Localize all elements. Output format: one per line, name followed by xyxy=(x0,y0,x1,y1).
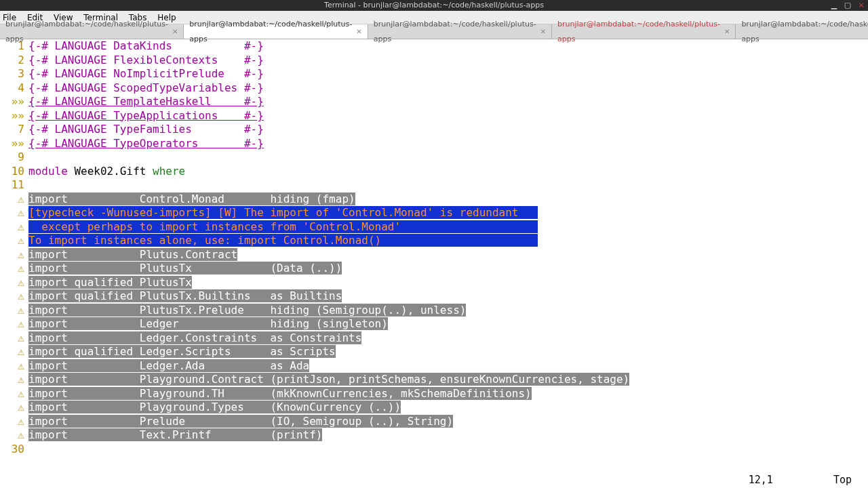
code-line[interactable] xyxy=(28,443,868,457)
close-icon[interactable]: ⨯ xyxy=(857,0,865,8)
editor[interactable]: 1234»»»»7»»91011⚠⚠⚠⚠⚠⚠⚠⚠⚠⚠⚠⚠⚠⚠⚠⚠⚠⚠30 {-#… xyxy=(0,39,868,474)
code-line[interactable]: import PlutusTx (Data (..)) xyxy=(28,262,868,276)
tab-close-icon[interactable]: ✕ xyxy=(724,24,730,39)
code-line[interactable] xyxy=(28,178,868,192)
code-line[interactable]: {-# LANGUAGE TemplateHaskell #-} xyxy=(28,95,868,109)
code-line[interactable]: except perhaps to import instances from … xyxy=(28,220,868,235)
window-title: Terminal - brunjlar@lambdabat:~/code/has… xyxy=(324,1,544,9)
code-line[interactable]: [typecheck -Wunused-imports] [W] The imp… xyxy=(28,206,868,220)
tab-close-icon[interactable]: ✕ xyxy=(172,24,178,39)
gutter: 1234»»»»7»»91011⚠⚠⚠⚠⚠⚠⚠⚠⚠⚠⚠⚠⚠⚠⚠⚠⚠⚠30 xyxy=(0,39,28,474)
code-line[interactable]: {-# LANGUAGE DataKinds #-} xyxy=(28,39,868,54)
code-line[interactable]: {-# LANGUAGE FlexibleContexts #-} xyxy=(28,54,868,68)
tab-2[interactable]: brunjlar@lambdabat:~/code/haskell/plutus… xyxy=(368,24,552,39)
code-area[interactable]: {-# LANGUAGE DataKinds #-}{-# LANGUAGE F… xyxy=(28,39,868,474)
code-line[interactable]: import qualified PlutusTx.Builtins as Bu… xyxy=(28,289,868,304)
code-line[interactable]: import Ledger.Ada as Ada xyxy=(28,359,868,373)
code-line[interactable]: {-# LANGUAGE TypeOperators #-} xyxy=(28,137,868,151)
maximize-icon[interactable]: ▢ xyxy=(844,0,852,8)
tab-4[interactable]: brunjlar@lambdabat:~/code/haskell/plutus… xyxy=(736,24,868,39)
cursor-position: 12,1 xyxy=(749,474,773,486)
window-titlebar: Terminal - brunjlar@lambdabat:~/code/has… xyxy=(0,0,868,11)
code-line[interactable]: import Ledger.Constraints as Constraints xyxy=(28,331,868,346)
code-line[interactable]: import Playground.Contract (printJson, p… xyxy=(28,373,868,387)
code-line[interactable]: {-# LANGUAGE TypeApplications #-} xyxy=(28,109,868,123)
tab-3[interactable]: brunjlar@lambdabat:~/code/haskell/plutus… xyxy=(552,24,736,39)
code-line[interactable]: import Playground.TH (mkKnownCurrencies,… xyxy=(28,387,868,401)
code-line[interactable]: import Plutus.Contract xyxy=(28,248,868,262)
code-line[interactable]: import Playground.Types (KnownCurrency (… xyxy=(28,401,868,415)
code-line[interactable] xyxy=(28,150,868,165)
code-line[interactable]: import Control.Monad hiding (fmap) xyxy=(28,192,868,207)
tab-1[interactable]: brunjlar@lambdabat:~/code/haskell/plutus… xyxy=(184,24,368,39)
code-line[interactable]: {-# LANGUAGE TypeFamilies #-} xyxy=(28,123,868,137)
tab-close-icon[interactable]: ✕ xyxy=(356,24,361,39)
code-line[interactable]: import Prelude (IO, Semigroup (..), Stri… xyxy=(28,415,868,429)
tab-close-icon[interactable]: ✕ xyxy=(540,24,546,39)
code-line[interactable]: import PlutusTx.Prelude hiding (Semigrou… xyxy=(28,304,868,318)
code-line[interactable]: To import instances alone, use: import C… xyxy=(28,234,868,248)
code-line[interactable]: module Week02.Gift where xyxy=(28,165,868,179)
code-line[interactable]: {-# LANGUAGE ScopedTypeVariables #-} xyxy=(28,81,868,96)
code-line[interactable]: {-# LANGUAGE NoImplicitPrelude #-} xyxy=(28,67,868,81)
tabbar: brunjlar@lambdabat:~/code/haskell/plutus… xyxy=(0,24,868,39)
scroll-position: Top xyxy=(833,474,852,486)
text-cursor xyxy=(342,289,349,304)
code-line[interactable]: import Ledger hiding (singleton) xyxy=(28,317,868,331)
code-line[interactable]: import qualified Ledger.Scripts as Scrip… xyxy=(28,345,868,359)
minimize-icon[interactable]: ▁ xyxy=(830,0,838,8)
code-line[interactable]: import qualified PlutusTx xyxy=(28,276,868,290)
tab-0[interactable]: brunjlar@lambdabat:~/code/haskell/plutus… xyxy=(0,24,184,39)
statusbar: 12,1 Top xyxy=(0,473,868,487)
code-line[interactable]: import Text.Printf (printf) xyxy=(28,428,868,443)
